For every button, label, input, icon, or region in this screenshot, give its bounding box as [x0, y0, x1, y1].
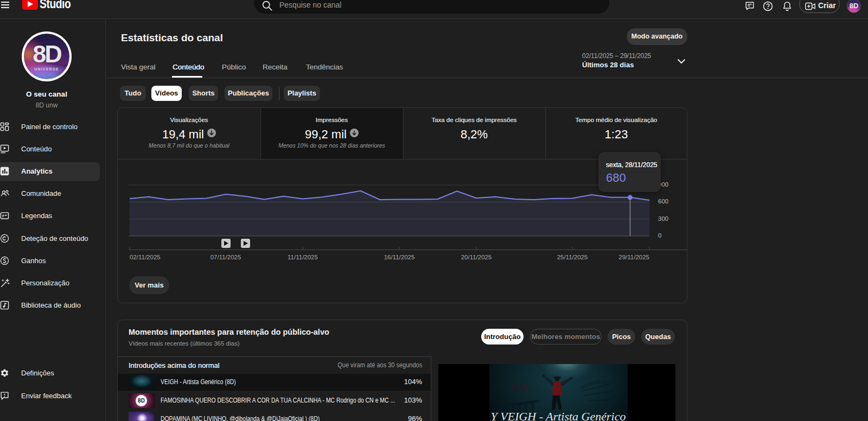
svg-text:Y VEIGH - Artista Genérico: Y VEIGH - Artista Genérico — [491, 410, 626, 421]
svg-text:DM: DM — [509, 380, 529, 394]
